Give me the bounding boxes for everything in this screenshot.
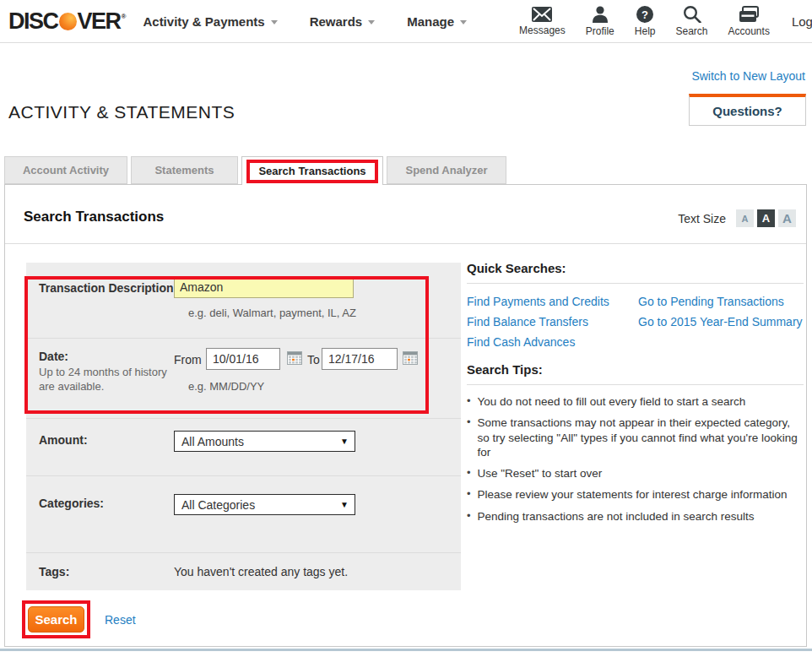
nav-label: Rewards xyxy=(310,14,363,29)
link-find-payments-credits[interactable]: Find Payments and Credits xyxy=(467,295,638,308)
description-hint: e.g. deli, Walmart, payment, IL, AZ xyxy=(188,307,356,319)
profile-label: Profile xyxy=(586,25,614,37)
search-submit-button[interactable]: Search xyxy=(28,606,84,633)
tab-label: Search Transactions xyxy=(258,165,365,177)
chevron-down-icon xyxy=(271,20,278,24)
quick-searches-links: Find Payments and Credits Go to Pending … xyxy=(467,295,804,349)
search-tip-item: Pending transactions are not included in… xyxy=(467,509,804,524)
calendar-icon xyxy=(403,351,418,365)
search-tip-item: Please review your statements for intere… xyxy=(467,487,804,502)
calendar-to-button[interactable] xyxy=(403,351,418,368)
discover-logo[interactable]: DISC VER ® xyxy=(8,10,126,33)
envelope-icon xyxy=(532,7,552,22)
chevron-down-icon xyxy=(460,20,467,24)
help-button[interactable]: ? Help xyxy=(635,6,656,37)
text-size-large-button[interactable]: A xyxy=(778,209,796,227)
magnifier-icon xyxy=(683,5,701,23)
search-form: Transaction Description: e.g. deli, Walm… xyxy=(26,263,461,590)
transaction-description-input[interactable] xyxy=(174,276,354,298)
quick-searches-heading: Quick Searches: xyxy=(467,261,804,275)
nav-item-rewards[interactable]: Rewards xyxy=(310,14,376,29)
card-icon xyxy=(739,6,759,23)
tags-empty-message: You haven't created any tags yet. xyxy=(174,565,348,578)
log-out-link[interactable]: Log Out xyxy=(792,14,812,29)
search-tip-item: You do not need to fill out every field … xyxy=(467,394,804,409)
nav-label: Manage xyxy=(407,14,454,29)
annotation-box-tab: Search Transactions xyxy=(246,160,377,183)
categories-row: Categories: All Categories xyxy=(26,476,461,553)
tab-label: Statements xyxy=(154,164,214,176)
footer-divider xyxy=(0,649,812,651)
sidebar-column: Quick Searches: Find Payments and Credit… xyxy=(467,244,804,530)
person-icon xyxy=(591,6,609,23)
tags-row: Tags: You haven't created any tags yet. xyxy=(26,553,461,590)
divider xyxy=(467,283,804,284)
dropdown-arrow-icon xyxy=(340,437,349,446)
annotation-box-search: Search xyxy=(22,600,90,638)
discover-orange-circle-icon xyxy=(59,13,77,30)
switch-to-new-layout-link[interactable]: Switch to New Layout xyxy=(691,69,805,83)
tab-label: Account Activity xyxy=(23,164,109,176)
tab-bar: Account Activity Statements Search Trans… xyxy=(4,156,510,185)
to-label: To xyxy=(307,353,320,367)
nav-item-manage[interactable]: Manage xyxy=(407,14,467,29)
logo-text-post: VER xyxy=(78,10,121,33)
chevron-down-icon xyxy=(368,20,375,24)
calendar-from-button[interactable] xyxy=(287,351,302,368)
accounts-label: Accounts xyxy=(728,25,770,37)
date-from-input[interactable] xyxy=(206,348,280,370)
text-size-control: Text Size A A A xyxy=(678,209,796,227)
panel-heading: Search Transactions xyxy=(24,209,164,225)
tags-label: Tags: xyxy=(39,565,69,578)
categories-select[interactable]: All Categories xyxy=(174,494,355,515)
search-transactions-panel: Search Transactions Text Size A A A Tran… xyxy=(4,184,807,647)
date-row: Date: Up to 24 months of history are ava… xyxy=(26,339,461,419)
transaction-description-row: Transaction Description: e.g. deli, Walm… xyxy=(26,263,461,339)
categories-label: Categories: xyxy=(39,497,104,510)
messages-button[interactable]: Messages xyxy=(519,7,566,36)
link-year-end-summary[interactable]: Go to 2015 Year-End Summary xyxy=(638,315,804,328)
amount-row: Amount: All Amounts xyxy=(26,419,461,476)
panel-header: Search Transactions Text Size A A A xyxy=(5,185,806,244)
search-button-nav[interactable]: Search xyxy=(675,5,707,37)
main-nav: Activity & Payments Rewards Manage xyxy=(143,14,499,29)
calendar-icon xyxy=(287,351,302,365)
help-label: Help xyxy=(635,25,656,37)
tab-spend-analyzer[interactable]: Spend Analyzer xyxy=(387,156,506,184)
messages-label: Messages xyxy=(519,24,566,36)
reset-link[interactable]: Reset xyxy=(105,613,136,627)
logo-text-pre: DISC xyxy=(8,10,58,33)
svg-text:?: ? xyxy=(641,8,648,20)
profile-button[interactable]: Profile xyxy=(586,6,614,37)
divider xyxy=(467,384,804,385)
date-format-hint: e.g. MM/DD/YY xyxy=(188,380,264,393)
page-title: ACTIVITY & STATEMENTS xyxy=(8,102,235,122)
date-label: Date: xyxy=(39,350,68,363)
utility-nav: Messages Profile ? Help Search xyxy=(499,5,812,37)
nav-item-activity-payments[interactable]: Activity & Payments xyxy=(143,14,277,29)
link-pending-transactions[interactable]: Go to Pending Transactions xyxy=(638,295,804,308)
search-tip-item: Some transactions may not appear in thei… xyxy=(467,415,804,459)
transaction-description-label: Transaction Description: xyxy=(39,281,177,295)
tab-statements[interactable]: Statements xyxy=(131,156,238,184)
text-size-small-button[interactable]: A xyxy=(736,209,754,227)
link-find-balance-transfers[interactable]: Find Balance Transfers xyxy=(467,315,638,328)
link-find-cash-advances[interactable]: Find Cash Advances xyxy=(467,335,638,349)
amount-select[interactable]: All Amounts xyxy=(174,431,355,452)
panel-body: Transaction Description: e.g. deli, Walm… xyxy=(5,244,806,647)
search-tips-list: You do not need to fill out every field … xyxy=(467,394,804,524)
nav-label: Activity & Payments xyxy=(143,14,264,29)
search-tip-item: Use "Reset" to start over xyxy=(467,466,804,481)
tab-account-activity[interactable]: Account Activity xyxy=(4,156,127,184)
search-label: Search xyxy=(675,25,707,37)
search-tips-heading: Search Tips: xyxy=(467,362,804,377)
questions-button[interactable]: Questions? xyxy=(689,94,806,126)
accounts-button[interactable]: Accounts xyxy=(728,6,770,37)
text-size-medium-button[interactable]: A xyxy=(757,209,775,227)
dropdown-arrow-icon xyxy=(340,500,349,509)
tab-label: Spend Analyzer xyxy=(405,164,487,176)
logo-trademark: ® xyxy=(122,14,127,20)
tab-search-transactions[interactable]: Search Transactions xyxy=(241,156,383,185)
date-to-input[interactable] xyxy=(322,348,398,370)
text-size-label: Text Size xyxy=(678,212,726,225)
